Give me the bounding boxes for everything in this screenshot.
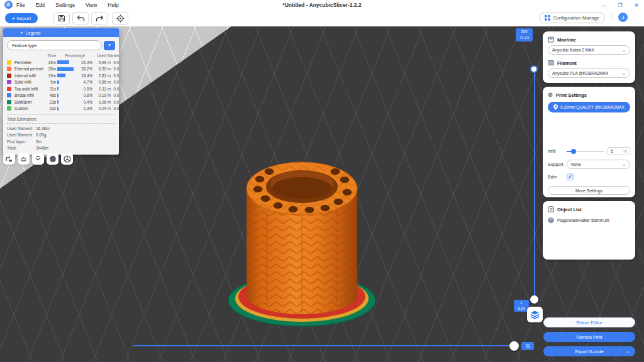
- feature-percentage: 18.4%: [77, 74, 92, 78]
- chevron-up-bar-icon: [20, 155, 27, 162]
- export-gcode-button[interactable]: Export G-code ⌄: [543, 346, 635, 356]
- infill-value-input[interactable]: 5 %: [608, 147, 630, 155]
- total-estimation-section: Total Estimation: Used filament:16.36mUs…: [7, 114, 115, 150]
- feature-time: 31s: [45, 87, 56, 91]
- feature-filament-length: 0.04 m: [94, 106, 111, 111]
- print-settings-card: ⚙ Print Settings 0.20mm QUALITY @KOBRA2M…: [543, 87, 635, 197]
- feature-percentage: 26.4%: [77, 60, 92, 65]
- feature-percentage: 0.4%: [77, 100, 92, 104]
- legend-header[interactable]: ▼ Legend: [3, 28, 119, 37]
- total-row: Used filament:16.36m: [7, 126, 115, 131]
- percentage-bar: [57, 74, 76, 77]
- save-button[interactable]: [53, 12, 70, 25]
- model-wireframe-view-button[interactable]: [61, 153, 73, 165]
- toolbar-divider: |: [611, 13, 613, 20]
- machine-select[interactable]: Anycubic Kobra 2 MAX⌄: [548, 45, 630, 55]
- menu-item-help[interactable]: Help: [108, 2, 118, 8]
- layer-slider-lower-handle[interactable]: [530, 295, 538, 304]
- move-slider-badge: 32: [521, 342, 534, 350]
- legend-row: External perimeter38m36.2%6.30 m0.00 g: [7, 66, 115, 73]
- plus-icon: +: [12, 16, 15, 21]
- feature-percentage: 0.8%: [77, 93, 92, 97]
- list-icon: [548, 206, 554, 212]
- layer-top-button[interactable]: [18, 153, 30, 165]
- total-label: Total:: [7, 146, 36, 150]
- object-list-label: Object List: [557, 207, 582, 212]
- feature-type-select[interactable]: Feature type: [7, 40, 102, 50]
- configuration-manage-button[interactable]: Configuration Manage: [539, 13, 605, 23]
- feature-filament-length: 5.99 m: [94, 60, 111, 65]
- percentage-bar: [57, 87, 76, 90]
- wireframe-sphere-icon: [64, 155, 71, 163]
- layer-slider-track[interactable]: [534, 69, 535, 300]
- 3d-model-papprollenhalter[interactable]: [214, 133, 396, 334]
- totals-rows: Used filament:16.36mUsed filament:0.00gF…: [7, 126, 115, 151]
- more-settings-button[interactable]: More Settings: [548, 186, 630, 195]
- caret-down-icon: ▼: [108, 43, 111, 47]
- remote-print-button[interactable]: Remote Print: [543, 332, 635, 342]
- feature-time: 19m: [45, 74, 56, 78]
- support-select[interactable]: None⌄: [567, 160, 630, 169]
- menu-item-edit[interactable]: Edit: [36, 2, 45, 8]
- total-value: 0.00g: [36, 133, 46, 137]
- feature-label: Solid infill: [14, 80, 43, 84]
- move-slider-track[interactable]: [133, 345, 518, 346]
- menu-item-view[interactable]: View: [86, 2, 97, 8]
- percentage-bar: [57, 80, 76, 84]
- close-button[interactable]: ✕: [633, 3, 640, 8]
- menu-item-settings[interactable]: Settings: [55, 2, 75, 8]
- feature-label: Custom: [14, 106, 43, 111]
- percentage-bar: [57, 60, 76, 64]
- chevron-down-bar-icon: [35, 155, 42, 162]
- user-avatar[interactable]: J: [618, 13, 628, 22]
- toolpath-travel-button[interactable]: [3, 153, 15, 165]
- legend-row: Custom22s0.3%0.04 m0.00 g: [7, 106, 115, 112]
- feature-color-swatch: [7, 93, 11, 97]
- legend-table-header: Time Percentage Used filament: [7, 53, 115, 58]
- main-toolbar: + Import Configuration Manage | J: [0, 10, 644, 26]
- model-solid-view-button[interactable]: [47, 153, 58, 165]
- redo-button[interactable]: [91, 12, 108, 25]
- total-row: First layer:2m: [7, 140, 115, 144]
- filament-label: Filament: [557, 60, 577, 66]
- infill-slider-knob[interactable]: [571, 149, 576, 154]
- viewer-toolbar: [3, 153, 73, 165]
- feature-percentage: 4.7%: [77, 80, 92, 84]
- layer-bottom-button[interactable]: [32, 153, 44, 165]
- brim-checkbox[interactable]: ✓: [567, 173, 574, 180]
- feature-type-dropdown-button[interactable]: ▼: [104, 41, 115, 50]
- menu-item-file[interactable]: File: [16, 2, 25, 8]
- layers-mode-button[interactable]: [527, 307, 543, 322]
- legend-row: Perimeter28m26.4%5.99 m0.00 g: [7, 59, 115, 66]
- feature-filament-weight: 0.00 g: [112, 60, 119, 65]
- feature-filament-length: 6.30 m: [94, 67, 111, 71]
- pin-icon: [553, 104, 558, 110]
- undo-button[interactable]: [72, 12, 89, 25]
- save-icon: [58, 14, 65, 22]
- maximize-button[interactable]: ❐: [616, 3, 624, 8]
- layer-slider-top-badge: 356 71.24: [516, 28, 533, 41]
- legend-row: Top solid infill31s0.5%0.11 m0.00 g: [7, 85, 115, 92]
- print-preset-pill[interactable]: 0.20mm QUALITY @KOBRA2MAX: [548, 102, 630, 112]
- layer-slider-upper-handle[interactable]: [530, 65, 538, 73]
- return-editor-button[interactable]: Return Editor: [543, 317, 635, 327]
- feature-percentage: 0.5%: [77, 87, 92, 91]
- feature-time: 48s: [45, 93, 56, 97]
- total-row: Total:1h46m: [7, 146, 115, 150]
- object-list-item[interactable]: PapprollenHalter 55mm.stl: [548, 217, 630, 224]
- locate-button[interactable]: [112, 12, 128, 25]
- machine-filament-card: Machine Anycubic Kobra 2 MAX⌄ Filament A…: [543, 31, 635, 83]
- feature-color-swatch: [7, 80, 11, 84]
- feature-percentage: 36.2%: [77, 67, 92, 71]
- minimize-button[interactable]: —: [600, 3, 608, 8]
- import-button[interactable]: + Import: [5, 13, 38, 23]
- gear-icon: ⚙: [548, 92, 553, 98]
- infill-slider[interactable]: [567, 148, 604, 155]
- infill-label: Infill: [548, 149, 567, 153]
- legend-row: Bridge infill48s0.8%0.19 m0.00 g: [7, 92, 115, 99]
- collapse-caret-icon: ▼: [20, 31, 23, 35]
- menu-bar-items: FileEditSettingsViewHelp: [16, 0, 119, 10]
- feature-time: 22s: [45, 106, 56, 111]
- filament-select[interactable]: Anycubic PLA @KOBRA2MAX⌄: [548, 69, 630, 78]
- move-slider-handle[interactable]: [509, 341, 519, 351]
